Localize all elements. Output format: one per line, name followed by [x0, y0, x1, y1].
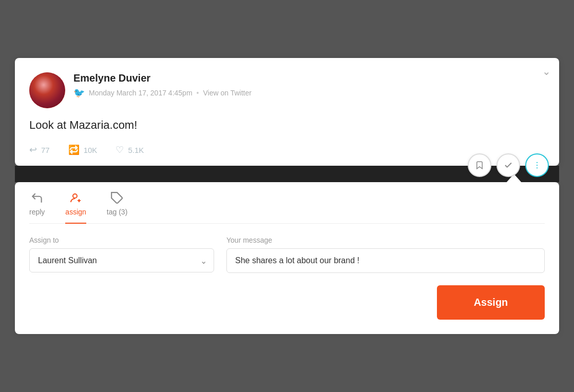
tag-tab-icon: [110, 191, 124, 205]
assign-tab-icon: [69, 191, 83, 205]
retweet-icon: 🔁: [68, 144, 80, 155]
message-group: Your message: [226, 236, 545, 273]
view-on-twitter-link[interactable]: View on Twitter: [203, 89, 251, 97]
tweet-info: 🐦 Monday March 17, 2017 4:45pm • View on…: [73, 87, 252, 99]
avatar: [29, 72, 65, 108]
tweet-body: Look at Mazaria.com!: [29, 119, 545, 132]
svg-point-3: [73, 194, 77, 198]
svg-point-0: [537, 162, 538, 163]
button-row: Assign: [29, 285, 545, 320]
message-label: Your message: [226, 236, 545, 244]
reply-tab-icon: [30, 191, 44, 205]
svg-point-1: [537, 165, 538, 166]
assign-button[interactable]: Assign: [437, 285, 545, 320]
assign-to-label: Assign to: [29, 236, 214, 244]
tab-tag[interactable]: tag (3): [107, 191, 140, 223]
tab-reply-label: reply: [29, 208, 45, 216]
tab-assign-label: assign: [65, 208, 86, 216]
assign-to-select-wrapper: Laurent Sullivan ⌄: [29, 248, 214, 272]
main-container: ⌄ Emelyne Duvier 🐦 Monday March 17, 2017…: [15, 58, 559, 334]
retweet-count: 10K: [84, 146, 98, 154]
tweet-header: Emelyne Duvier 🐦 Monday March 17, 2017 4…: [29, 72, 545, 108]
like-count: 5.1K: [128, 146, 144, 154]
action-buttons: [468, 153, 549, 177]
like-icon: ♡: [116, 144, 124, 155]
assign-to-select[interactable]: Laurent Sullivan: [29, 248, 214, 272]
like-stat: ♡ 5.1K: [116, 144, 144, 155]
reply-count: 77: [41, 146, 50, 154]
bookmark-button[interactable]: [468, 153, 491, 177]
separator: •: [197, 89, 199, 97]
tab-tag-label: tag (3): [107, 208, 127, 216]
tweet-card: ⌄ Emelyne Duvier 🐦 Monday March 17, 2017…: [15, 58, 559, 166]
svg-point-2: [537, 167, 538, 168]
tabs-bar: reply assign tag (3): [29, 182, 545, 224]
collapse-button[interactable]: ⌄: [542, 65, 551, 77]
reply-stat: ↩ 77: [29, 144, 50, 155]
more-options-button[interactable]: [525, 153, 549, 177]
reply-icon: ↩: [29, 144, 37, 155]
message-input[interactable]: [226, 248, 545, 273]
check-button[interactable]: [496, 153, 520, 177]
assign-form: Assign to Laurent Sullivan ⌄ Your messag…: [29, 236, 545, 273]
assign-to-group: Assign to Laurent Sullivan ⌄: [29, 236, 214, 272]
bottom-panel: reply assign tag (3): [15, 182, 559, 334]
user-name: Emelyne Duvier: [73, 72, 252, 84]
tweet-meta: Emelyne Duvier 🐦 Monday March 17, 2017 4…: [73, 72, 252, 99]
twitter-icon: 🐦: [73, 87, 85, 99]
tab-reply[interactable]: reply: [29, 191, 57, 223]
tab-assign[interactable]: assign: [65, 191, 98, 223]
tweet-date: Monday March 17, 2017 4:45pm: [89, 89, 193, 97]
retweet-stat: 🔁 10K: [68, 144, 98, 155]
